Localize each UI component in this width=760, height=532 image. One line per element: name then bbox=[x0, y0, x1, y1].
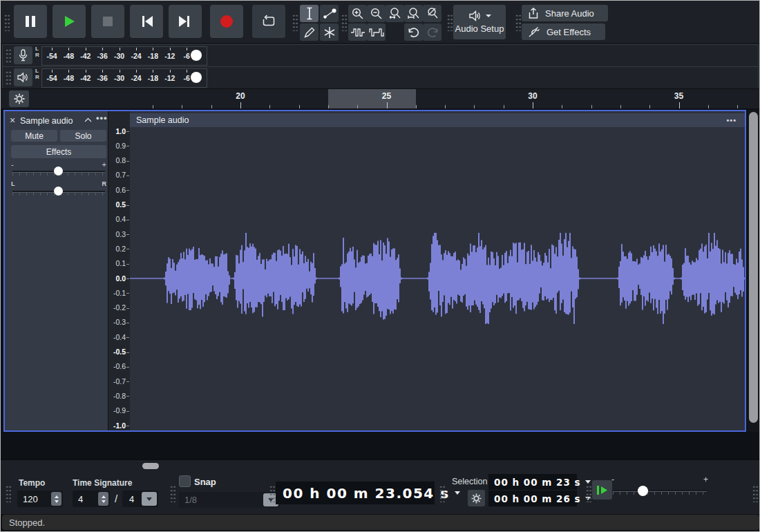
zoom-selection-button[interactable] bbox=[386, 5, 404, 22]
zoom-toggle-button[interactable] bbox=[423, 5, 441, 22]
vertical-scrollbar[interactable] bbox=[748, 110, 760, 432]
clip-header[interactable]: Sample audio ••• bbox=[130, 113, 745, 127]
solo-button[interactable]: Solo bbox=[60, 130, 106, 142]
pan-slider[interactable]: L R bbox=[11, 180, 106, 198]
pause-button[interactable] bbox=[14, 5, 47, 38]
snap-toolbar-grip[interactable] bbox=[169, 484, 175, 502]
recording-volume-knob[interactable] bbox=[191, 50, 202, 61]
skip-to-start-button[interactable] bbox=[130, 5, 163, 38]
get-effects-button[interactable]: Get Effects bbox=[522, 23, 605, 40]
record-button[interactable] bbox=[210, 5, 243, 38]
gain-min-label: - bbox=[11, 160, 14, 169]
tempo-input[interactable]: 120 bbox=[17, 491, 63, 507]
playback-volume-knob[interactable] bbox=[191, 72, 202, 83]
transport-toolbar-grip[interactable] bbox=[3, 13, 10, 31]
playback-meter[interactable]: LR -54-48-42-36-30-24-18-12-6 bbox=[2, 66, 759, 89]
snap-setting-select[interactable]: 1/8 bbox=[179, 492, 280, 508]
ts-lower-dropdown-button[interactable] bbox=[142, 492, 157, 506]
pan-slider-thumb[interactable] bbox=[54, 187, 63, 196]
skip-to-end-button[interactable] bbox=[169, 5, 202, 38]
time-display-grip[interactable] bbox=[269, 484, 275, 502]
time-signature-lower-select[interactable]: 4 bbox=[122, 491, 158, 507]
audio-setup-button[interactable]: Audio Setup bbox=[453, 5, 506, 39]
trim-outside-selection-button[interactable] bbox=[348, 23, 367, 41]
gain-slider[interactable]: - + bbox=[11, 160, 106, 178]
track-collapse-button[interactable] bbox=[84, 117, 92, 122]
stop-icon bbox=[101, 15, 115, 28]
meter-scale-tick bbox=[136, 70, 137, 73]
meter-scale-label: -48 bbox=[59, 74, 77, 82]
vertical-ruler-tick bbox=[126, 308, 129, 309]
time-signature-upper-input[interactable]: 4 bbox=[73, 491, 110, 507]
zoom-fit-button[interactable] bbox=[404, 5, 423, 22]
envelope-tool-button[interactable] bbox=[320, 5, 339, 22]
ts-upper-spinner[interactable] bbox=[98, 492, 108, 506]
draw-tool-button[interactable] bbox=[300, 23, 319, 41]
ts-upper-value: 4 bbox=[78, 494, 83, 504]
horizontal-scrollbar-thumb[interactable] bbox=[142, 463, 159, 469]
share-toolbar-grip[interactable] bbox=[515, 13, 521, 31]
stop-button[interactable] bbox=[91, 5, 124, 38]
time-toolbar-grip[interactable] bbox=[5, 484, 11, 502]
meter-scale-label: -12 bbox=[161, 52, 179, 60]
gain-slider-thumb[interactable] bbox=[54, 167, 63, 175]
loop-button[interactable] bbox=[252, 5, 285, 38]
zoom-in-button[interactable] bbox=[348, 5, 367, 22]
timeline-ruler[interactable]: 20253035 bbox=[1, 89, 760, 109]
play-button[interactable] bbox=[53, 5, 86, 38]
speed-min-label: - bbox=[611, 475, 614, 484]
playback-meter-button[interactable] bbox=[14, 68, 32, 86]
waveform[interactable] bbox=[130, 127, 745, 430]
edit-toolbar-grip[interactable] bbox=[341, 13, 347, 31]
meter-scale-tick bbox=[120, 48, 120, 50]
play-speed-slider[interactable]: - + bbox=[611, 475, 708, 502]
track-close-button[interactable]: × bbox=[10, 115, 15, 125]
selection-options-button[interactable] bbox=[468, 490, 485, 506]
vertical-ruler-label: 0.8 bbox=[115, 157, 126, 164]
multi-tool-button[interactable] bbox=[320, 23, 339, 41]
selection-start-value: 00 h 00 m 23 s bbox=[494, 477, 581, 488]
silence-audio-icon bbox=[369, 28, 384, 37]
redo-icon bbox=[426, 27, 439, 38]
recording-meter-grip[interactable] bbox=[5, 48, 11, 63]
undo-button[interactable] bbox=[404, 23, 423, 41]
selection-start-field[interactable]: 00 h 00 m 23 s bbox=[488, 474, 577, 490]
track-title[interactable]: Sample audio bbox=[20, 116, 73, 126]
mute-button[interactable]: Mute bbox=[11, 130, 57, 142]
vertical-scale-ruler[interactable]: 1.00.90.80.70.60.50.40.30.20.10.0-0.1-0.… bbox=[108, 111, 130, 430]
snap-checkbox[interactable] bbox=[179, 475, 191, 487]
vertical-ruler-tick bbox=[126, 411, 129, 412]
tools-toolbar-grip[interactable] bbox=[292, 13, 298, 31]
audio-setup-toolbar-grip[interactable] bbox=[446, 13, 453, 31]
recording-meter-button[interactable] bbox=[14, 46, 32, 64]
vertical-ruler-label: -0.1 bbox=[113, 289, 126, 297]
envelope-icon bbox=[322, 8, 337, 20]
skip-to-start-icon bbox=[139, 15, 154, 28]
audio-setup-label: Audio Setup bbox=[455, 23, 504, 34]
tempo-spinner[interactable] bbox=[51, 492, 61, 506]
toolbar-end-grip[interactable] bbox=[752, 484, 758, 502]
effects-button[interactable]: Effects bbox=[11, 145, 106, 158]
play-speed-grip[interactable] bbox=[585, 484, 591, 502]
selection-end-field[interactable]: 00 h 00 m 26 s bbox=[488, 491, 577, 506]
silence-selection-button[interactable] bbox=[367, 23, 386, 41]
playback-meter-grip[interactable] bbox=[5, 70, 11, 85]
redo-button[interactable] bbox=[423, 23, 441, 41]
track-menu-button[interactable]: ••• bbox=[96, 113, 108, 123]
timeline[interactable]: 20253035 bbox=[1, 88, 760, 109]
share-audio-button[interactable]: Share Audio bbox=[522, 5, 608, 21]
horizontal-scrollbar[interactable] bbox=[1, 459, 760, 473]
zoom-out-button[interactable] bbox=[367, 5, 386, 22]
play-at-speed-button[interactable] bbox=[592, 480, 612, 500]
selection-toolbar-grip[interactable] bbox=[439, 484, 445, 502]
vertical-ruler-tick bbox=[126, 131, 129, 132]
vertical-scrollbar-thumb[interactable] bbox=[749, 112, 758, 423]
vertical-ruler-tick bbox=[126, 264, 129, 265]
ibeam-icon bbox=[305, 7, 314, 20]
time-display[interactable]: 00 h 00 m 23.054 s bbox=[276, 482, 435, 504]
selection-tool-button[interactable] bbox=[300, 5, 319, 22]
recording-meter[interactable]: LR -54-48-42-36-30-24-18-12-6 bbox=[2, 44, 759, 67]
clip-menu-button[interactable]: ••• bbox=[726, 116, 737, 124]
play-speed-thumb[interactable] bbox=[638, 486, 648, 496]
meter-scale-tick bbox=[102, 48, 103, 50]
